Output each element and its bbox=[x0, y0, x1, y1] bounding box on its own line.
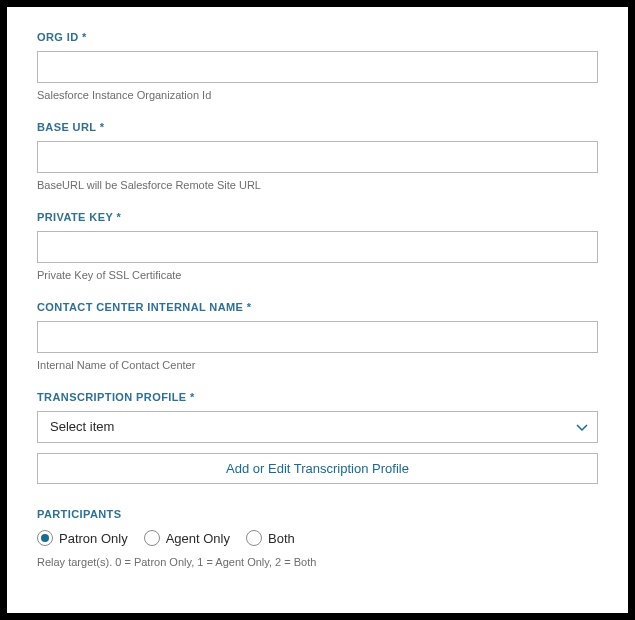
form-panel: ORG ID * Salesforce Instance Organizatio… bbox=[7, 7, 628, 613]
org-id-help: Salesforce Instance Organization Id bbox=[37, 89, 598, 101]
contact-center-input[interactable] bbox=[37, 321, 598, 353]
transcription-profile-select[interactable]: Select item bbox=[37, 411, 598, 443]
radio-label-patron: Patron Only bbox=[59, 531, 128, 546]
transcription-profile-label: TRANSCRIPTION PROFILE * bbox=[37, 391, 598, 403]
add-edit-transcription-profile-button[interactable]: Add or Edit Transcription Profile bbox=[37, 453, 598, 484]
field-contact-center: CONTACT CENTER INTERNAL NAME * Internal … bbox=[37, 301, 598, 371]
private-key-label: PRIVATE KEY * bbox=[37, 211, 598, 223]
field-base-url: BASE URL * BaseURL will be Salesforce Re… bbox=[37, 121, 598, 191]
base-url-help: BaseURL will be Salesforce Remote Site U… bbox=[37, 179, 598, 191]
participants-label: PARTICIPANTS bbox=[37, 508, 598, 520]
radio-label-both: Both bbox=[268, 531, 295, 546]
org-id-label: ORG ID * bbox=[37, 31, 598, 43]
contact-center-label: CONTACT CENTER INTERNAL NAME * bbox=[37, 301, 598, 313]
org-id-input[interactable] bbox=[37, 51, 598, 83]
radio-patron-only[interactable]: Patron Only bbox=[37, 530, 128, 546]
radio-both[interactable]: Both bbox=[246, 530, 295, 546]
participants-radio-group: Patron Only Agent Only Both bbox=[37, 530, 598, 546]
radio-icon bbox=[37, 530, 53, 546]
field-private-key: PRIVATE KEY * Private Key of SSL Certifi… bbox=[37, 211, 598, 281]
private-key-input[interactable] bbox=[37, 231, 598, 263]
private-key-help: Private Key of SSL Certificate bbox=[37, 269, 598, 281]
field-transcription-profile: TRANSCRIPTION PROFILE * Select item Add … bbox=[37, 391, 598, 484]
radio-icon bbox=[246, 530, 262, 546]
radio-icon bbox=[144, 530, 160, 546]
base-url-input[interactable] bbox=[37, 141, 598, 173]
radio-label-agent: Agent Only bbox=[166, 531, 230, 546]
participants-help: Relay target(s). 0 = Patron Only, 1 = Ag… bbox=[37, 556, 598, 568]
base-url-label: BASE URL * bbox=[37, 121, 598, 133]
radio-agent-only[interactable]: Agent Only bbox=[144, 530, 230, 546]
contact-center-help: Internal Name of Contact Center bbox=[37, 359, 598, 371]
field-org-id: ORG ID * Salesforce Instance Organizatio… bbox=[37, 31, 598, 101]
